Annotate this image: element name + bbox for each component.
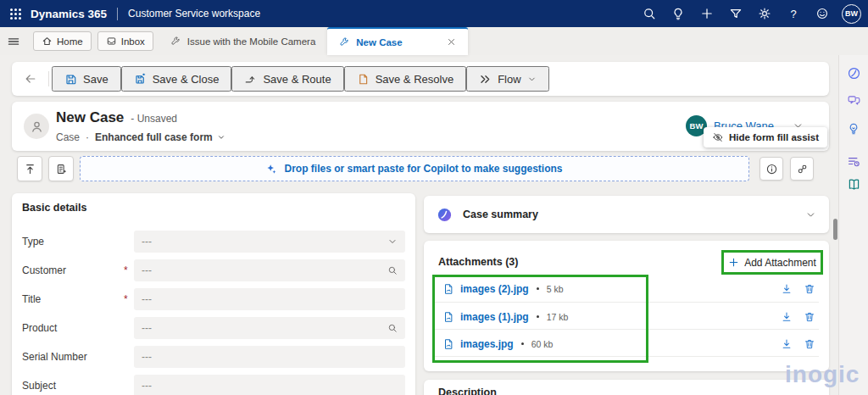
filter-icon[interactable] [721, 0, 750, 27]
section-title: Basic details [22, 202, 86, 214]
field-row-product: Product --- [22, 317, 405, 339]
form-selector[interactable]: Enhanced full case form [95, 131, 225, 143]
title-input[interactable]: --- [134, 288, 405, 310]
field-label: Product [22, 322, 124, 334]
field-label: Subject [22, 380, 124, 392]
subject-input[interactable]: --- [134, 375, 405, 395]
vertical-scrollbar[interactable] [833, 219, 837, 240]
form-fill-assist-button[interactable] [790, 157, 814, 181]
user-avatar[interactable]: BW [842, 4, 861, 24]
upload-button[interactable] [17, 156, 42, 181]
tab-issue-with-the-mobile-camera[interactable]: Issue with the Mobile Camera [159, 27, 327, 55]
save-button[interactable]: Save [52, 66, 121, 92]
save-close-label: Save & Close [153, 73, 220, 86]
chevron-down-icon [527, 75, 537, 84]
home-button[interactable]: Home [33, 31, 92, 51]
copilot-drop-hint: Drop files or smart paste for Copilot to… [284, 163, 562, 175]
tab-new-case[interactable]: New Case [327, 27, 468, 55]
attachment-file-link[interactable]: images (1).jpg [460, 311, 529, 323]
delete-icon[interactable] [804, 338, 815, 350]
save-and-close-button[interactable]: Save & Close [121, 66, 232, 92]
close-tab-icon[interactable] [447, 37, 456, 47]
type-input[interactable]: --- [134, 231, 405, 253]
person-icon [30, 120, 44, 134]
info-button[interactable] [760, 157, 783, 181]
sparkle-icon [266, 164, 277, 175]
back-button[interactable] [15, 66, 46, 92]
lookup-search-icon[interactable] [387, 265, 398, 275]
flow-button[interactable]: Flow [466, 66, 548, 92]
download-icon[interactable] [781, 311, 793, 323]
chevron-down-icon[interactable] [387, 236, 398, 247]
form-selector-label: Enhanced full case form [95, 131, 213, 143]
smart-paste-button[interactable] [48, 156, 74, 181]
field-label: Customer [22, 264, 124, 276]
help-icon[interactable]: ? [779, 0, 808, 27]
plus-icon[interactable] [693, 0, 721, 27]
app-launcher-button[interactable] [0, 0, 31, 27]
save-and-resolve-button[interactable]: Save & Resolve [344, 66, 467, 92]
add-attachment-button[interactable]: Add Attachment [728, 257, 816, 269]
attachment-file-link[interactable]: images (2).jpg [460, 283, 529, 295]
attachment-row: images.jpg 60 kb [442, 330, 553, 358]
field-value: --- [142, 351, 152, 363]
field-value: --- [142, 264, 152, 276]
waffle-icon [9, 8, 22, 20]
app-title[interactable]: Dynamics 365 [31, 8, 107, 20]
field-value: --- [142, 293, 152, 305]
knowledge-book-icon[interactable] [846, 176, 861, 192]
copilot-drop-zone[interactable]: Drop files or smart paste for Copilot to… [80, 156, 749, 181]
search-icon[interactable] [635, 0, 664, 27]
agent-scripts-icon[interactable] [846, 153, 861, 169]
serial-number-input[interactable]: --- [134, 346, 405, 368]
chevron-down-icon [217, 133, 225, 142]
customer-input[interactable]: --- [134, 259, 405, 281]
tab-bar: Home Inbox Issue with the Mobile Camera … [0, 27, 868, 55]
download-icon[interactable] [781, 283, 793, 295]
case-summary-title: Case summary [463, 209, 538, 220]
delete-icon[interactable] [804, 311, 815, 323]
attachment-file-link[interactable]: images.jpg [460, 338, 514, 350]
inbox-label: Inbox [121, 36, 145, 47]
add-attachment-label: Add Attachment [744, 257, 816, 269]
save-label: Save [83, 73, 108, 86]
copilot-icon[interactable] [846, 65, 861, 81]
page-title: New Case [56, 109, 124, 126]
record-avatar [24, 114, 49, 139]
product-input[interactable]: --- [134, 317, 405, 339]
chat-icon[interactable] [846, 92, 861, 108]
hamburger-menu-icon[interactable] [0, 27, 27, 55]
chevron-down-icon[interactable] [805, 209, 816, 220]
download-icon[interactable] [781, 338, 793, 350]
lightbulb-icon[interactable] [846, 121, 861, 136]
route-icon [244, 73, 257, 86]
info-icon [765, 163, 778, 175]
file-icon [442, 283, 454, 295]
watermark: inogic [785, 361, 860, 388]
lookup-search-icon[interactable] [387, 323, 398, 333]
attachment-actions [781, 275, 815, 303]
inbox-button[interactable]: Inbox [97, 31, 153, 51]
hide-form-fill-assist-label: Hide form fill assist [729, 132, 819, 142]
field-row-customer: Customer * --- [22, 259, 405, 281]
command-bar: Save Save & Close Save & Route Save & Re… [12, 62, 829, 96]
save-close-icon [134, 73, 147, 86]
brand-divider [117, 8, 118, 20]
entity-name: Case [56, 131, 80, 143]
delete-icon[interactable] [804, 283, 815, 295]
resolve-label: Save & Resolve [376, 73, 454, 86]
attachment-file-size: 5 kb [547, 284, 564, 294]
save-and-route-button[interactable]: Save & Route [231, 66, 343, 92]
attachment-file-size: 60 kb [531, 339, 554, 349]
tab-label: New Case [356, 37, 402, 47]
linked-circles-icon [796, 163, 809, 175]
gear-icon[interactable] [750, 0, 779, 27]
resolve-icon [357, 73, 370, 86]
save-route-label: Save & Route [263, 73, 331, 86]
lightbulb-icon[interactable] [664, 0, 693, 27]
topbar-actions: ? BW [635, 0, 868, 27]
smiley-icon[interactable] [808, 0, 837, 27]
bullet-separator [537, 287, 539, 290]
attachment-file-size: 17 kb [547, 312, 569, 322]
hide-form-fill-assist-button[interactable]: Hide form fill assist [704, 127, 827, 147]
